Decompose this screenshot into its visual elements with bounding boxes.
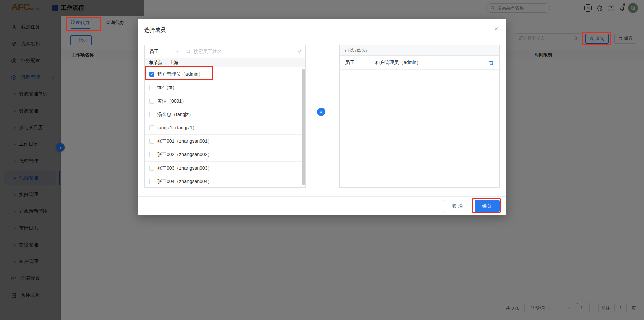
scrollbar-thumb[interactable] xyxy=(302,69,305,185)
delete-icon[interactable] xyxy=(489,60,494,65)
member-label: 张三004（zhangsan004） xyxy=(157,179,212,185)
check-icon: ✓ xyxy=(150,72,153,76)
chevron-down-icon: ∨ xyxy=(176,50,178,53)
dialog-body: 员工 ∨ 搜索员工姓名 根节点 › 上 xyxy=(144,45,500,196)
selected-member-type: 员工 xyxy=(345,60,375,66)
transfer-remove-button[interactable]: « xyxy=(317,108,325,116)
selected-panel-header: 已选 (单选) xyxy=(340,45,499,56)
selected-member-row: 员工 租户管理员（admin） xyxy=(340,56,499,70)
member-label: 张三002（zhangsan002） xyxy=(157,152,212,158)
member-search-placeholder: 搜索员工姓名 xyxy=(194,49,222,55)
member-label: 张三003（zhangsan003） xyxy=(157,165,212,171)
member-row-8[interactable]: 张三004（zhangsan004） xyxy=(145,175,305,187)
member-row-0[interactable]: ✓租户管理员（admin） xyxy=(145,68,305,81)
dialog-footer: 取 消 确 定 xyxy=(138,196,506,215)
member-row-7[interactable]: 张三003（zhangsan003） xyxy=(145,162,305,175)
member-checkbox[interactable] xyxy=(149,152,154,157)
member-label: 汤金忠（tangjz） xyxy=(157,112,193,118)
member-source-panel: 员工 ∨ 搜索员工姓名 根节点 › 上 xyxy=(144,45,306,188)
member-row-6[interactable]: 张三002（zhangsan002） xyxy=(145,148,305,162)
member-label: ttt2（ttt） xyxy=(157,85,177,91)
double-left-icon: « xyxy=(320,110,322,114)
member-row-4[interactable]: tangjz1（tangjz1） xyxy=(145,121,305,135)
member-label: 租户管理员（admin） xyxy=(157,71,203,77)
filter-funnel-icon[interactable] xyxy=(293,49,305,54)
member-label: 张三001（zhangsan001） xyxy=(157,138,212,144)
select-member-dialog: 选择成员 ✕ 员工 ∨ 搜索员工姓名 xyxy=(138,19,506,215)
member-checkbox[interactable] xyxy=(149,112,154,117)
member-row-1[interactable]: ttt2（ttt） xyxy=(145,81,305,94)
selected-panel: 已选 (单选) 员工 租户管理员（admin） xyxy=(339,45,500,188)
member-row-2[interactable]: 黄洁（0001） xyxy=(145,94,305,108)
member-label: 黄洁（0001） xyxy=(157,98,186,104)
member-type-select[interactable]: 员工 ∨ xyxy=(145,45,182,58)
close-icon[interactable]: ✕ xyxy=(493,26,500,33)
panel-toolbar: 员工 ∨ 搜索员工姓名 xyxy=(145,45,305,58)
member-checkbox[interactable] xyxy=(149,85,154,90)
confirm-button[interactable]: 确 定 xyxy=(475,200,500,212)
member-type-value: 员工 xyxy=(149,49,159,55)
member-list: ✓租户管理员（admin）ttt2（ttt）黄洁（0001）汤金忠（tangjz… xyxy=(145,68,305,187)
member-checkbox[interactable] xyxy=(149,166,154,171)
member-row-5[interactable]: 张三001（zhangsan001） xyxy=(145,135,305,148)
breadcrumb-root[interactable]: 根节点 xyxy=(149,60,162,66)
search-icon xyxy=(186,49,191,54)
member-row-3[interactable]: 汤金忠（tangjz） xyxy=(145,108,305,121)
member-search-input[interactable]: 搜索员工姓名 xyxy=(182,49,293,55)
selected-member-name: 租户管理员（admin） xyxy=(375,60,489,66)
breadcrumb-separator-icon: › xyxy=(165,60,167,65)
member-checkbox[interactable] xyxy=(149,139,154,144)
dialog-title: 选择成员 xyxy=(144,27,166,34)
member-checkbox[interactable]: ✓ xyxy=(149,72,154,77)
breadcrumb-current[interactable]: 上海 xyxy=(170,60,178,66)
member-checkbox[interactable] xyxy=(149,125,154,130)
cancel-button[interactable]: 取 消 xyxy=(444,200,470,212)
member-label: tangjz1（tangjz1） xyxy=(157,125,197,131)
breadcrumb: 根节点 › 上海 xyxy=(145,58,305,67)
member-checkbox[interactable] xyxy=(149,179,154,184)
member-checkbox[interactable] xyxy=(149,99,154,104)
app-window: AFC enter 工作流程 搜索菜单名称 AI ? xyxy=(0,0,644,320)
